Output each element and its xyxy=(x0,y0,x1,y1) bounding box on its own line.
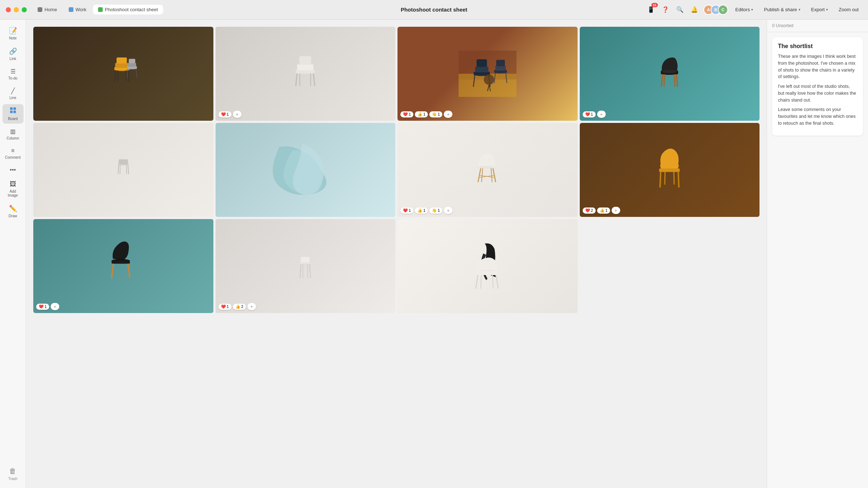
image-placeholder xyxy=(33,123,213,217)
image-r3c2[interactable]: ❤️ 1 👍 2 + xyxy=(216,219,396,313)
search-button[interactable]: 🔍 xyxy=(675,4,685,15)
image-r1c3[interactable]: ❤️ 1 👍 1 👋 1 + xyxy=(397,27,578,121)
photoshoot-tab-icon xyxy=(98,7,103,12)
svg-line-76 xyxy=(310,264,311,278)
publish-label: Publish & share xyxy=(764,7,797,12)
home-tab-icon xyxy=(38,7,42,12)
reaction-add[interactable]: + xyxy=(444,111,452,118)
reaction-wave[interactable]: 👋 1 xyxy=(429,111,442,117)
sidebar: 📝 Note 🔗 Link ☰ To-do ╱ Line Board ▥ Col… xyxy=(0,20,26,488)
sidebar-item-column[interactable]: ▥ Column xyxy=(3,125,24,143)
reaction-add[interactable]: + xyxy=(612,207,620,214)
maximize-button[interactable] xyxy=(22,7,27,12)
sidebar-item-link[interactable]: 🔗 Link xyxy=(3,44,24,64)
draw-icon: ✏️ xyxy=(9,205,17,213)
svg-point-40 xyxy=(484,74,494,85)
svg-line-81 xyxy=(476,275,478,288)
minimize-button[interactable] xyxy=(14,7,19,12)
reaction-heart[interactable]: ❤️ 1 xyxy=(36,304,49,310)
sidebar-item-todo[interactable]: ☰ To-do xyxy=(3,65,24,83)
image-placeholder xyxy=(397,123,578,217)
sidebar-item-board[interactable]: Board xyxy=(3,104,24,124)
image-r2c2[interactable] xyxy=(216,123,396,217)
publish-share-button[interactable]: Publish & share ▾ xyxy=(760,5,804,14)
reaction-add[interactable]: + xyxy=(233,111,242,118)
page-title: Photoshoot contact sheet xyxy=(401,7,467,13)
shortlist-card: The shortlist These are the images I thi… xyxy=(772,37,863,136)
reaction-thumbs[interactable]: 👍 1 xyxy=(597,207,610,214)
reaction-add[interactable]: + xyxy=(51,303,59,310)
svg-rect-14 xyxy=(128,63,136,67)
svg-rect-1 xyxy=(13,107,16,110)
reaction-add[interactable]: + xyxy=(247,303,256,310)
svg-line-64 xyxy=(660,172,661,188)
export-button[interactable]: Export ▾ xyxy=(808,5,832,14)
link-icon: 🔗 xyxy=(9,47,17,55)
tab-home[interactable]: Home xyxy=(33,5,62,14)
image-r2c1[interactable] xyxy=(33,123,213,217)
sidebar-line-label: Line xyxy=(9,96,16,100)
zoom-button[interactable]: Zoom out xyxy=(835,5,862,14)
sidebar-item-draw[interactable]: ✏️ Draw xyxy=(3,202,24,221)
svg-line-70 xyxy=(111,264,113,278)
tab-photoshoot[interactable]: Photoshoot contact sheet xyxy=(93,5,163,14)
help-button[interactable]: ❓ xyxy=(660,4,671,15)
notification-button[interactable]: 📱 21 xyxy=(646,4,656,15)
reaction-heart[interactable]: ❤️ 1 xyxy=(218,304,231,310)
tab-work[interactable]: Work xyxy=(64,5,92,14)
tab-photoshoot-label: Photoshoot contact sheet xyxy=(105,7,158,12)
titlebar: Home Work Photoshoot contact sheet Photo… xyxy=(0,0,868,20)
image-r1c4[interactable]: ❤️ 1 + xyxy=(580,27,760,121)
sidebar-board-label: Board xyxy=(8,117,18,121)
editors-chevron-icon: ▾ xyxy=(751,8,753,12)
reaction-heart[interactable]: ❤️ 1 xyxy=(400,207,413,214)
sidebar-item-line[interactable]: ╱ Line xyxy=(3,85,24,103)
reaction-heart[interactable]: ❤️ 1 xyxy=(400,111,413,117)
image-placeholder xyxy=(216,123,396,217)
reaction-wave[interactable]: 👋 1 xyxy=(429,207,442,214)
zoom-label: Zoom out xyxy=(839,7,859,12)
editors-button[interactable]: Editors ▾ xyxy=(732,5,757,14)
sidebar-item-trash[interactable]: 🗑 Trash xyxy=(8,467,17,481)
svg-rect-63 xyxy=(659,168,680,172)
reaction-heart[interactable]: ❤️ 1 xyxy=(583,111,596,117)
image-r2c4[interactable]: ❤️ 2 👍 1 + xyxy=(580,123,760,217)
sidebar-item-addimage[interactable]: 🖼 Add Image xyxy=(3,177,24,200)
close-button[interactable] xyxy=(6,7,11,12)
reaction-bar-r1c3: ❤️ 1 👍 1 👋 1 + xyxy=(400,111,452,118)
sidebar-item-comment[interactable]: ≡ Comment xyxy=(3,145,24,162)
image-r3c3[interactable] xyxy=(397,219,578,313)
svg-line-46 xyxy=(661,74,663,87)
unsorted-header: 0 Unsorted xyxy=(767,20,868,32)
reaction-heart[interactable]: ❤️ 2 xyxy=(583,207,596,214)
shortlist-para-3: Leave some comments on your favourites a… xyxy=(778,106,857,127)
publish-chevron-icon: ▾ xyxy=(799,8,800,12)
bell-button[interactable]: 🔔 xyxy=(689,4,700,15)
svg-rect-74 xyxy=(301,257,310,262)
export-chevron-icon: ▾ xyxy=(826,8,828,12)
reaction-add[interactable]: + xyxy=(444,207,452,214)
image-r1c1[interactable] xyxy=(33,27,213,121)
image-r1c2[interactable]: ❤️ 1 + xyxy=(216,27,396,121)
svg-rect-31 xyxy=(476,59,487,67)
right-panel: 0 Unsorted The shortlist These are the i… xyxy=(767,20,868,488)
image-r2c3[interactable]: ❤️ 1 👍 1 👋 1 + xyxy=(397,123,578,217)
sidebar-link-label: Link xyxy=(9,57,16,61)
svg-rect-15 xyxy=(129,59,135,63)
trash-icon: 🗑 xyxy=(9,467,16,475)
svg-line-59 xyxy=(481,168,482,182)
reaction-thumbs[interactable]: 👍 1 xyxy=(415,207,428,214)
reaction-heart[interactable]: ❤️ 1 xyxy=(218,111,231,117)
image-r3c1[interactable]: ❤️ 1 + xyxy=(33,219,213,313)
reaction-thumbs[interactable]: 👍 1 xyxy=(415,111,428,117)
image-placeholder xyxy=(397,27,578,121)
column-icon: ▥ xyxy=(10,128,16,135)
svg-line-52 xyxy=(118,165,119,174)
reaction-thumbs[interactable]: 👍 2 xyxy=(233,304,246,310)
svg-rect-20 xyxy=(297,64,314,70)
sidebar-item-note[interactable]: 📝 Note xyxy=(3,24,24,43)
reaction-bar-r2c3: ❤️ 1 👍 1 👋 1 + xyxy=(400,207,452,214)
sidebar-item-more[interactable]: ••• xyxy=(3,164,24,176)
image-placeholder xyxy=(580,27,760,121)
reaction-add[interactable]: + xyxy=(597,111,606,118)
